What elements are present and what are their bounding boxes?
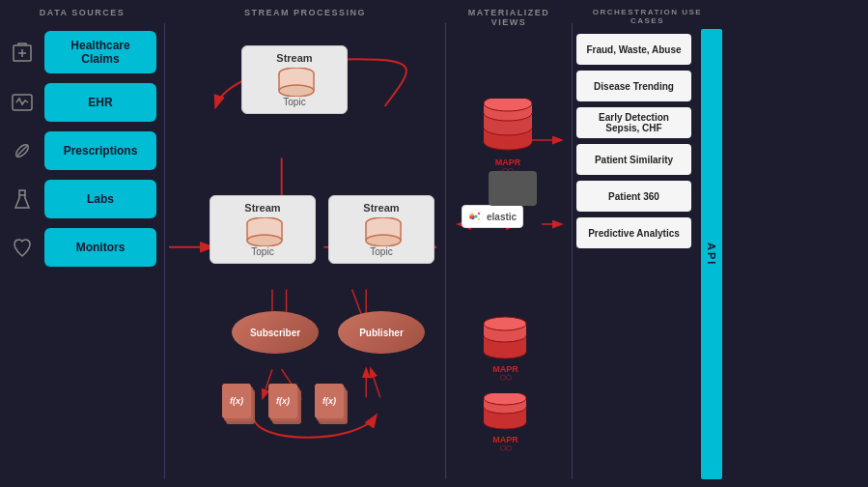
right-stream-title: Stream [339, 202, 424, 214]
materialized-views-header: MATERIALIZED VIEWS [450, 0, 568, 31]
left-stream-cylinder [243, 217, 282, 244]
svg-point-33 [366, 235, 401, 246]
uc-fraud[interactable]: Fraud, Waste, Abuse [576, 34, 691, 65]
left-stream-box: Stream Topic [210, 195, 316, 264]
ds-item-ehr: EHR [8, 83, 156, 122]
svg-point-23 [279, 85, 314, 97]
uc-patient-360[interactable]: Patient 360 [576, 181, 691, 212]
top-stream-title: Stream [252, 52, 337, 64]
use-cases-column: ORCHESTRATION USE CASES Fraud, Waste, Ab… [573, 0, 722, 487]
top-stream-topic: Topic [252, 97, 337, 107]
stream-area: Stream Topic Stream [169, 26, 441, 487]
ds-item-healthcare: Healthcare Claims [8, 31, 156, 73]
elastic-logo-svg: 🔴 [468, 209, 484, 224]
elastic-box: 🔴 elastic [462, 205, 523, 228]
ds-item-prescriptions: Prescriptions [8, 131, 156, 170]
uc-predictive[interactable]: Predictive Analytics [576, 217, 691, 248]
svg-point-50 [478, 218, 480, 220]
api-bar: API [701, 29, 722, 479]
ds-item-monitors: Monitors [8, 228, 156, 267]
materialized-views-column: MATERIALIZED VIEWS [446, 0, 572, 487]
labs-box[interactable]: Labs [44, 180, 156, 218]
mapr-top-label: MAPR [474, 158, 542, 167]
data-sources-header: DATA SOURCES [36, 0, 128, 21]
left-stream-topic: Topic [220, 246, 305, 257]
svg-line-18 [371, 369, 380, 397]
fx-card-1: f(x) [222, 384, 255, 422]
monitors-box[interactable]: Monitors [44, 228, 156, 267]
stream-processing-header: STREAM PROCESSING [240, 0, 370, 21]
uc-disease[interactable]: Disease Trending [576, 71, 691, 101]
right-stream-cylinder [362, 217, 401, 244]
uc-patient-similarity[interactable]: Patient Similarity [576, 144, 691, 175]
right-stream-topic: Topic [339, 246, 424, 257]
uc-early-detection[interactable]: Early Detection Sepsis, CHF [576, 107, 691, 138]
lab-icon [8, 185, 37, 214]
svg-point-60 [484, 393, 526, 405]
mapr-top: MAPR ⬡⬡ [474, 99, 542, 175]
elastic-item: 🔴 elastic [462, 205, 523, 228]
svg-rect-3 [13, 95, 32, 110]
svg-point-55 [484, 317, 526, 330]
fx-card-2: f(x) [268, 384, 301, 422]
main-container: DATA SOURCES Healthcare Claims [0, 0, 868, 487]
svg-point-28 [247, 235, 282, 246]
svg-point-46 [471, 214, 474, 216]
mv-area: MAPR ⬡⬡ 🔴 [450, 36, 568, 487]
mapr-bottom: MAPR ⬡⬡ [474, 393, 537, 452]
ds-item-labs: Labs [8, 180, 156, 218]
mapr-mid-label: MAPR [474, 364, 537, 374]
use-cases-header: ORCHESTRATION USE CASES [576, 0, 718, 29]
mapr-mid: MAPR ⬡⬡ [474, 316, 537, 382]
right-stream-box: Stream Topic [328, 195, 434, 264]
ehr-box[interactable]: EHR [44, 83, 156, 122]
publisher-oval: Publisher [338, 311, 425, 354]
elastic-text: elastic [487, 212, 517, 222]
data-sources-column: DATA SOURCES Healthcare Claims [0, 0, 164, 487]
pill-icon [8, 136, 37, 165]
use-cases-list: Fraud, Waste, Abuse Disease Trending Ear… [576, 34, 718, 248]
subscriber-oval: Subscriber [232, 311, 319, 354]
svg-point-47 [475, 215, 478, 218]
top-stream-cylinder [275, 68, 314, 95]
fx-card-3: f(x) [315, 384, 348, 422]
stream-processing-column: STREAM PROCESSING [165, 0, 445, 487]
top-stream-box: Stream Topic [241, 45, 348, 114]
left-stream-title: Stream [220, 202, 305, 214]
hospital-icon [8, 38, 37, 67]
mapr-bottom-label: MAPR [474, 435, 537, 444]
data-sources-list: Healthcare Claims EHR [8, 31, 156, 267]
svg-point-48 [478, 213, 481, 215]
gray-box [489, 171, 537, 206]
heart-monitor-icon [8, 88, 37, 117]
fx-cards-group: f(x) f(x) f(x) [222, 384, 348, 422]
healthcare-claims-box[interactable]: Healthcare Claims [44, 31, 156, 73]
svg-line-5 [17, 146, 27, 156]
prescriptions-box[interactable]: Prescriptions [44, 131, 156, 170]
svg-point-49 [472, 217, 475, 220]
heartbeat-icon [8, 233, 37, 262]
svg-point-43 [484, 99, 532, 111]
